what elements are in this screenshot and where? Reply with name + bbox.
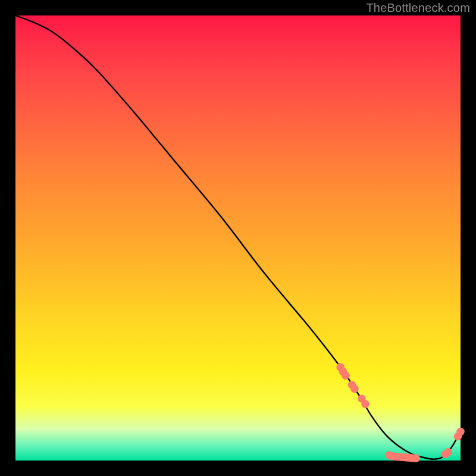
data-point — [350, 385, 358, 393]
data-point — [444, 448, 452, 456]
data-point — [412, 455, 419, 462]
data-point — [361, 400, 369, 408]
chart-container: TheBottleneck.com — [0, 0, 476, 476]
plot-area — [15, 15, 461, 461]
chart-svg — [15, 15, 461, 461]
bottleneck-curve-line — [15, 15, 461, 459]
data-point — [456, 428, 464, 436]
attribution-text: TheBottleneck.com — [366, 1, 470, 15]
data-point — [342, 371, 349, 379]
